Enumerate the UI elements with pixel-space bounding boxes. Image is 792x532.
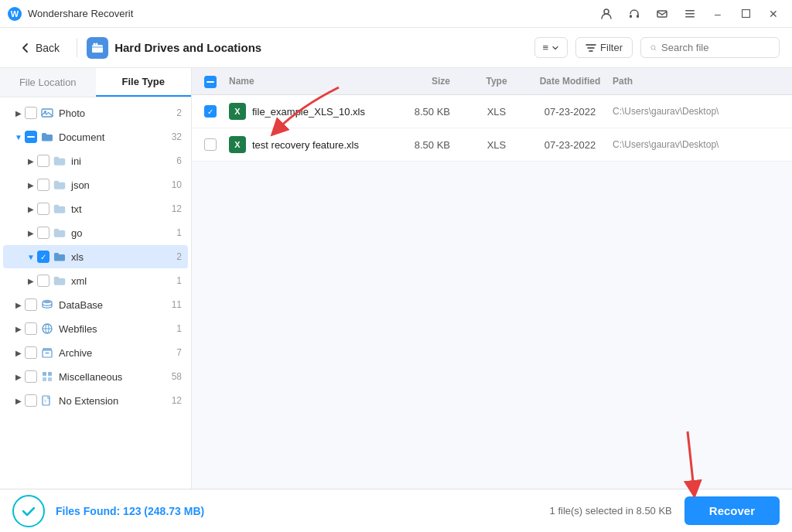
expand-icon-doc: ▼ bbox=[12, 133, 25, 142]
search-icon bbox=[650, 43, 657, 53]
tree-item-webfiles[interactable]: ▶ Webfiles 1 bbox=[3, 317, 188, 340]
tree-item-json[interactable]: ▶ json 10 bbox=[3, 173, 188, 196]
tree-item-ini[interactable]: ▶ ini 6 bbox=[3, 149, 188, 172]
tab-file-location[interactable]: File Location bbox=[0, 68, 96, 97]
tree-count-document: 32 bbox=[172, 131, 182, 142]
tree-label-archive: Archive bbox=[59, 347, 176, 359]
files-found-label: Files Found: bbox=[56, 505, 120, 517]
headerbar: Back Hard Drives and Locations ≡ Filter bbox=[0, 28, 792, 68]
ini-folder-icon bbox=[53, 154, 67, 168]
expand-icon-xml: ▶ bbox=[25, 277, 37, 285]
mail-btn[interactable] bbox=[651, 3, 673, 25]
checkbox-database[interactable] bbox=[25, 298, 37, 311]
filter-button[interactable]: Filter bbox=[575, 37, 633, 58]
back-label: Back bbox=[36, 42, 60, 54]
tree-item-document[interactable]: ▼ Document 32 bbox=[3, 125, 188, 148]
search-input[interactable] bbox=[661, 42, 770, 53]
tree-item-xml[interactable]: ▶ xml 1 bbox=[3, 269, 188, 292]
svg-rect-6 bbox=[685, 10, 695, 12]
maximize-btn[interactable] bbox=[735, 3, 756, 25]
checkbox-json[interactable] bbox=[37, 179, 50, 191]
user-icon-btn[interactable] bbox=[596, 3, 617, 25]
svg-point-17 bbox=[43, 300, 52, 303]
tree-label-photo: Photo bbox=[59, 107, 176, 119]
back-button[interactable]: Back bbox=[12, 37, 67, 59]
minimize-btn[interactable]: – bbox=[707, 3, 729, 25]
checkbox-file-1[interactable]: ✓ bbox=[204, 105, 217, 118]
checkbox-txt[interactable] bbox=[37, 203, 50, 215]
sidebar-tabs: File Location File Type bbox=[0, 68, 191, 97]
miscellaneous-icon bbox=[40, 370, 54, 384]
recover-button[interactable]: Recover bbox=[684, 496, 780, 525]
checkbox-xls[interactable]: ✓ bbox=[37, 251, 50, 263]
file-date-2: 07-23-2022 bbox=[527, 139, 613, 151]
tree-label-webfiles: Webfiles bbox=[59, 323, 176, 335]
tree-count-ini: 6 bbox=[176, 155, 182, 166]
json-folder-icon bbox=[53, 178, 67, 192]
checkbox-noext[interactable] bbox=[25, 394, 37, 407]
tree-item-txt[interactable]: ▶ txt 12 bbox=[3, 197, 188, 220]
footer-check-circle bbox=[12, 495, 45, 527]
tree-label-miscellaneous: Miscellaneous bbox=[59, 371, 172, 383]
file-row[interactable]: X test recovery feature.xls 8.50 KB XLS … bbox=[192, 128, 792, 162]
filter-label: Filter bbox=[600, 42, 623, 53]
checkbox-ini[interactable] bbox=[37, 155, 50, 167]
col-header-path: Path bbox=[613, 76, 780, 87]
checkbox-file-2[interactable] bbox=[204, 138, 217, 151]
tree-item-noext[interactable]: ▶ ? No Extension 12 bbox=[3, 389, 188, 412]
file-type-1: XLS bbox=[466, 106, 527, 118]
checkbox-xml[interactable] bbox=[37, 275, 50, 287]
svg-text:?: ? bbox=[44, 399, 46, 404]
noext-icon: ? bbox=[40, 394, 54, 408]
svg-point-2 bbox=[604, 9, 609, 14]
txt-folder-icon bbox=[53, 202, 67, 216]
header-location: Hard Drives and Locations bbox=[87, 37, 524, 59]
select-all-checkbox[interactable] bbox=[204, 76, 217, 88]
checkbox-document[interactable] bbox=[25, 131, 37, 143]
tree-count-archive: 7 bbox=[176, 347, 182, 358]
tree-item-go[interactable]: ▶ go 1 bbox=[3, 221, 188, 244]
checkbox-webfiles[interactable] bbox=[25, 322, 37, 335]
file-list-header: Name Size Type Date Modified Path bbox=[192, 68, 792, 95]
checkbox-go[interactable] bbox=[37, 227, 50, 239]
file-list-area: Name Size Type Date Modified Path ✓ X fi… bbox=[192, 68, 792, 489]
search-box bbox=[640, 37, 780, 58]
svg-rect-21 bbox=[46, 353, 50, 354]
tree-item-database[interactable]: ▶ DataBase 11 bbox=[3, 293, 188, 316]
checkbox-archive[interactable] bbox=[25, 346, 37, 359]
file-size-2: 8.50 KB bbox=[396, 139, 466, 151]
file-name-cell-2: X test recovery feature.xls bbox=[229, 136, 396, 153]
footer-right: 1 file(s) selected in 8.50 KB Recover bbox=[550, 496, 780, 525]
xls-folder-icon bbox=[53, 250, 67, 264]
svg-rect-25 bbox=[48, 377, 52, 381]
tree-item-miscellaneous[interactable]: ▶ Miscellaneous 58 bbox=[3, 365, 188, 388]
file-date-1: 07-23-2022 bbox=[527, 106, 613, 118]
expand-icon-db: ▶ bbox=[12, 301, 25, 309]
tab-file-type[interactable]: File Type bbox=[96, 68, 192, 97]
checkbox-photo[interactable] bbox=[25, 107, 37, 119]
expand-icon-archive: ▶ bbox=[12, 349, 25, 357]
tree-count-xls: 2 bbox=[176, 251, 182, 262]
app-title: Wondershare Recoverit bbox=[28, 8, 596, 19]
sidebar: File Location File Type ▶ Photo 2 ▼ bbox=[0, 68, 192, 489]
tree-count-xml: 1 bbox=[176, 275, 182, 286]
photo-icon bbox=[40, 106, 54, 120]
sort-button[interactable]: ≡ bbox=[534, 37, 568, 58]
tree-item-photo[interactable]: ▶ Photo 2 bbox=[3, 101, 188, 124]
document-icon bbox=[40, 130, 54, 144]
svg-rect-15 bbox=[42, 109, 53, 117]
file-name-cell-1: X file_example_XLS_10.xls bbox=[229, 103, 396, 120]
file-row[interactable]: ✓ X file_example_XLS_10.xls 8.50 KB XLS … bbox=[192, 95, 792, 128]
expand-icon-ini: ▶ bbox=[25, 157, 37, 165]
tree-label-xml: xml bbox=[71, 275, 176, 287]
header-actions: ≡ Filter bbox=[534, 37, 780, 58]
titlebar: W Wondershare Recoverit – ✕ bbox=[0, 0, 792, 28]
headset-btn[interactable] bbox=[623, 3, 645, 25]
svg-rect-9 bbox=[742, 10, 749, 18]
checkbox-miscellaneous[interactable] bbox=[25, 370, 37, 383]
close-btn[interactable]: ✕ bbox=[763, 3, 784, 25]
tree-item-archive[interactable]: ▶ Archive 7 bbox=[3, 341, 188, 364]
menu-btn[interactable] bbox=[679, 3, 701, 25]
tree-item-xls[interactable]: ▼ ✓ xls 2 bbox=[3, 245, 188, 268]
files-count: 123 bbox=[123, 505, 141, 517]
